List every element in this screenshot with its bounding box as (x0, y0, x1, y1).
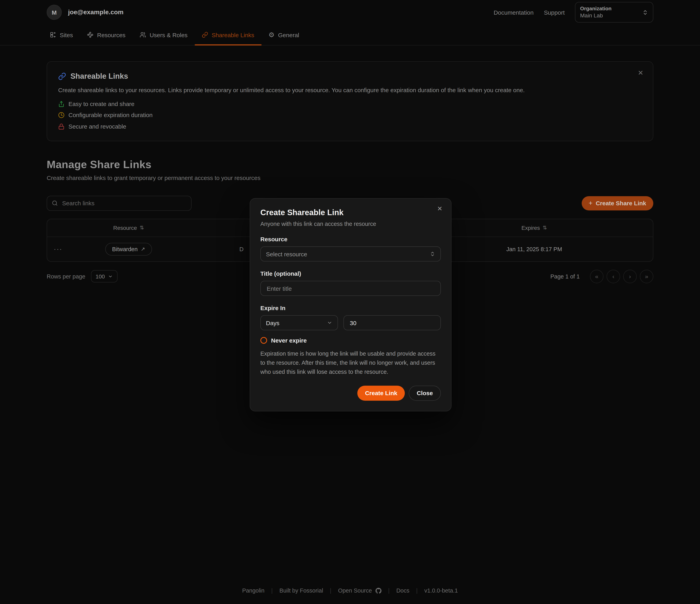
app-root: M joe@example.com Documentation Support … (0, 0, 700, 604)
arrow-up-right-icon: ↗ (141, 246, 145, 252)
nav-documentation[interactable]: Documentation (494, 9, 533, 16)
share-icon (58, 101, 65, 107)
expire-in-label: Expire In (260, 305, 441, 311)
banner-description: Create shareable links to your resources… (58, 86, 642, 94)
footer-version: v1.0.0-beta.1 (424, 587, 458, 594)
chevron-down-icon (108, 274, 113, 279)
chevrons-up-down-icon (430, 251, 435, 257)
footer-built-by[interactable]: Built by Fossorial (279, 587, 323, 594)
close-icon[interactable]: ✕ (638, 70, 644, 76)
row-expires-cell: Jan 11, 2025 8:17 PM (463, 246, 605, 252)
feature-item: Easy to create and share (58, 100, 642, 108)
tab-label: Users & Roles (150, 31, 188, 38)
dialog-title: Create Shareable Link (260, 208, 441, 217)
grid-icon (50, 32, 56, 38)
create-shareable-link-dialog: ✕ Create Shareable Link Anyone with this… (250, 198, 451, 411)
column-header-resource[interactable]: Resource⇅ (69, 225, 188, 231)
tab-bar: Sites Resources Users & Roles Shareable … (0, 25, 700, 46)
clock-icon (58, 112, 65, 119)
footer-pangolin[interactable]: Pangolin (242, 587, 265, 594)
feature-item: Configurable expiration duration (58, 111, 642, 120)
tab-resources[interactable]: Resources (80, 25, 132, 45)
page-info: Page 1 of 1 (550, 273, 580, 280)
rows-per-page-label: Rows per page (47, 273, 85, 280)
close-button[interactable]: Close (409, 386, 441, 400)
link-icon (58, 72, 66, 80)
page-subtitle: Create shareable links to grant temporar… (47, 175, 653, 181)
search-input[interactable] (61, 200, 186, 207)
prev-page-button[interactable]: ‹ (607, 270, 620, 283)
feature-label: Configurable expiration duration (69, 111, 153, 120)
never-expire-label: Never expire (271, 337, 307, 344)
tab-label: Sites (60, 31, 73, 38)
feature-label: Secure and revocable (69, 123, 126, 131)
title-label: Title (optional) (260, 270, 441, 277)
avatar-initial: M (52, 9, 57, 16)
chevrons-up-down-icon (642, 9, 648, 15)
expire-value-input[interactable] (349, 319, 435, 326)
tab-shareable-links[interactable]: Shareable Links (195, 25, 261, 45)
resource-label: Resource (260, 236, 441, 242)
feature-label: Easy to create and share (69, 100, 134, 108)
org-picker-label: Organization (580, 5, 642, 12)
sort-icon: ⇅ (543, 225, 547, 231)
users-icon (140, 32, 146, 38)
link-icon (202, 32, 208, 38)
search-links-field[interactable] (47, 196, 192, 211)
last-page-button[interactable]: » (640, 270, 653, 283)
tab-label: Shareable Links (212, 31, 254, 38)
banner-title: Shareable Links (70, 72, 128, 81)
title-input[interactable] (266, 285, 435, 292)
user-email: joe@example.com (68, 9, 123, 16)
create-share-link-button[interactable]: + Create Share Link (581, 196, 653, 210)
shareable-links-banner: Shareable Links Create shareable links t… (47, 61, 653, 141)
column-header-expires[interactable]: Expires⇅ (463, 225, 605, 231)
tab-sites[interactable]: Sites (43, 25, 80, 45)
expiration-help-text: Expiration time is how long the link wil… (260, 349, 441, 377)
feature-item: Secure and revocable (58, 123, 642, 131)
footer-docs[interactable]: Docs (396, 587, 409, 594)
never-expire-option[interactable]: Never expire (260, 337, 441, 344)
next-page-button[interactable]: › (623, 270, 637, 283)
github-icon (376, 587, 381, 594)
footer-open-source[interactable]: Open Source (338, 587, 381, 594)
sort-icon: ⇅ (140, 225, 144, 231)
nav-support[interactable]: Support (544, 9, 565, 16)
app-footer: Pangolin | Built by Fossorial | Open Sou… (0, 587, 700, 594)
tab-label: Resources (97, 31, 125, 38)
resource-link-button[interactable]: Bitwarden ↗ (105, 243, 152, 256)
dialog-subtitle: Anyone with this link can access the res… (260, 221, 441, 227)
radio-icon[interactable] (260, 337, 267, 344)
search-icon (52, 200, 58, 206)
avatar[interactable]: M (47, 5, 62, 20)
plus-icon: + (589, 200, 593, 207)
first-page-button[interactable]: « (590, 270, 603, 283)
top-header: M joe@example.com Documentation Support … (0, 0, 700, 25)
row-menu-button[interactable]: ··· (47, 246, 69, 253)
tab-users-roles[interactable]: Users & Roles (132, 25, 195, 45)
org-picker-value: Main Lab (580, 12, 642, 20)
rows-per-page-select[interactable]: 100 (91, 270, 118, 283)
create-link-button[interactable]: Create Link (357, 386, 405, 400)
close-icon[interactable]: ✕ (437, 206, 442, 212)
gear-icon: ⚙ (269, 31, 275, 38)
tab-general[interactable]: ⚙ General (261, 25, 306, 45)
tab-label: General (278, 31, 299, 38)
page-title: Manage Share Links (47, 159, 653, 171)
lock-icon (58, 123, 65, 130)
chevron-down-icon (327, 320, 332, 325)
waypoints-icon (87, 32, 94, 38)
resource-select[interactable]: Select resource (260, 246, 441, 261)
org-picker[interactable]: Organization Main Lab (575, 2, 653, 23)
expire-unit-select[interactable]: Days (260, 315, 338, 330)
